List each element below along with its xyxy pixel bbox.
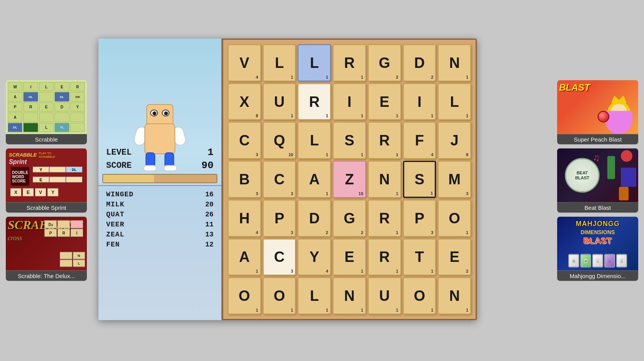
board-tile[interactable]: T1 — [403, 239, 436, 276]
board-tile[interactable]: G2 — [368, 44, 401, 81]
mj-tile-green: 🀄 — [580, 254, 591, 268]
board-tile[interactable]: L1 — [298, 277, 331, 314]
board-tile[interactable]: E1 — [333, 239, 366, 276]
princess-figure — [603, 96, 634, 134]
board-tile[interactable]: S1 — [333, 122, 366, 159]
board-tile[interactable]: X8 — [228, 83, 261, 120]
tile-points: 1 — [326, 152, 328, 157]
scrabble-cell: 2W — [70, 92, 85, 101]
board-tile[interactable]: N1 — [368, 161, 401, 198]
board-tile[interactable]: C3 — [228, 122, 261, 159]
board-tile[interactable]: O1 — [263, 277, 296, 314]
scrabble-cell — [39, 92, 54, 101]
progress-bar-fill — [103, 175, 154, 182]
tile-letter: L — [450, 94, 459, 109]
board-tile[interactable]: B3 — [228, 161, 261, 198]
board-tile[interactable]: O1 — [403, 277, 436, 314]
board-tile[interactable]: N1 — [438, 44, 471, 81]
board-tile[interactable]: G2 — [333, 200, 366, 237]
deluxe-cell: I — [71, 229, 83, 237]
board-tile[interactable]: L1 — [298, 44, 331, 81]
board-tile[interactable]: E2 — [438, 239, 471, 276]
board-tile[interactable]: Z10 — [333, 161, 366, 198]
board-tile[interactable]: R1 — [298, 83, 331, 120]
tile-letter: S — [344, 133, 354, 148]
tile-letter: X — [239, 94, 249, 109]
board-tile[interactable]: U1 — [263, 83, 296, 120]
scrabble-board[interactable]: V4L1L1R1G2D2N1X8U1R1I1E1I1L1C3Q10L1S1R1F… — [222, 39, 477, 320]
board-tile[interactable]: A1 — [298, 161, 331, 198]
board-tile[interactable]: M3 — [438, 161, 471, 198]
board-tile[interactable]: A1 — [228, 239, 261, 276]
board-tile[interactable]: R1 — [368, 239, 401, 276]
game-left-panel: LEVEL 1 SCORE 90 WINGED16MILK20QUAT26VEE… — [98, 39, 222, 320]
game-card-scrabble-sprint[interactable]: SCRABBLE PLAY TOSCRABBLE Sprint DOUBLEWO… — [6, 148, 87, 213]
sprint-letter: X — [10, 189, 21, 196]
mj-subtitle-text: DIMENSIONS — [557, 229, 638, 235]
tile-points: 1 — [326, 191, 328, 196]
board-tile[interactable]: I1 — [333, 83, 366, 120]
board-tile[interactable]: H4 — [228, 200, 261, 237]
board-tile[interactable]: R1 — [368, 200, 401, 237]
board-tile[interactable]: L1 — [263, 44, 296, 81]
board-tile[interactable]: U1 — [368, 277, 401, 314]
board-tile[interactable]: J8 — [438, 122, 471, 159]
deluxe-cell: N — [73, 252, 85, 259]
deluxe-cell: L — [73, 260, 85, 267]
word-text: QUAT — [106, 211, 124, 218]
word-score: 12 — [205, 241, 214, 248]
peach-card-label: Super Peach Blast — [557, 134, 638, 145]
tile-points: 1 — [326, 308, 328, 312]
board-tile[interactable]: R1 — [333, 44, 366, 81]
tile-points: 1 — [256, 308, 258, 312]
tile-points: 3 — [466, 191, 468, 196]
game-card-mahjongg[interactable]: MAHJONGG DIMENSIONS BLAST 🀙 🀄 🀇 🀃 🀏 Mahj… — [557, 217, 638, 281]
tile-letter: A — [309, 172, 320, 187]
board-tile[interactable]: L1 — [438, 83, 471, 120]
board-tile[interactable]: D2 — [298, 200, 331, 237]
bb-music-note: ♫ — [593, 152, 600, 163]
scrabble-cell: A — [8, 113, 22, 122]
board-tile[interactable]: D2 — [403, 44, 436, 81]
board-tile[interactable]: N1 — [438, 277, 471, 314]
level-label: LEVEL — [106, 148, 132, 157]
board-tile[interactable]: E1 — [368, 83, 401, 120]
game-card-scrabble[interactable]: W I L E R A DL DL 2W P R E D Y A — [6, 80, 87, 145]
scrabble-cell: DL — [54, 92, 69, 101]
scrabble-cell — [23, 123, 38, 132]
game-card-super-peach-blast[interactable]: BLAST Super Peach Blast — [557, 80, 638, 145]
sprint-cell — [49, 167, 66, 172]
board-tile[interactable]: I1 — [403, 83, 436, 120]
tile-points: 1 — [466, 113, 468, 118]
bb-shape-blue — [621, 168, 636, 187]
tile-letter: U — [379, 288, 390, 303]
tile-letter: C — [274, 172, 285, 187]
board-tile[interactable]: Y4 — [298, 239, 331, 276]
board-tile[interactable]: C3 — [263, 161, 296, 198]
tile-points: 1 — [396, 113, 398, 118]
game-card-scrabble-deluxe[interactable]: SCRABBLE cross D₂ P R I N L — [6, 217, 87, 281]
scrabble-cell — [54, 113, 69, 122]
tile-points: 2 — [431, 75, 433, 79]
board-tile[interactable]: S1 — [403, 161, 436, 198]
word-list-row: FEN12 — [106, 241, 214, 248]
board-tile[interactable]: R1 — [368, 122, 401, 159]
board-tile[interactable]: C3 — [263, 239, 296, 276]
board-tile[interactable]: P3 — [263, 200, 296, 237]
board-tile[interactable]: F4 — [403, 122, 436, 159]
board-tile[interactable]: O1 — [438, 200, 471, 237]
mj-tile: 🀏 — [616, 254, 627, 268]
princess-dress — [605, 111, 632, 134]
board-tile[interactable]: N1 — [333, 277, 366, 314]
board-tile[interactable]: V4 — [228, 44, 261, 81]
board-tile[interactable]: Q10 — [263, 122, 296, 159]
board-tile[interactable]: P3 — [403, 200, 436, 237]
tile-points: 4 — [326, 269, 328, 273]
game-card-beat-blast[interactable]: BEATBLAST ♫ Beat Blast — [557, 148, 638, 213]
mahjongg-bg: MAHJONGG DIMENSIONS BLAST 🀙 🀄 🀇 🀃 🀏 — [557, 217, 638, 271]
board-tile[interactable]: O1 — [228, 277, 261, 314]
peach-card-image: BLAST — [557, 80, 638, 134]
tile-points: 1 — [431, 308, 433, 312]
board-tile[interactable]: L1 — [298, 122, 331, 159]
tile-points: 1 — [431, 113, 433, 118]
